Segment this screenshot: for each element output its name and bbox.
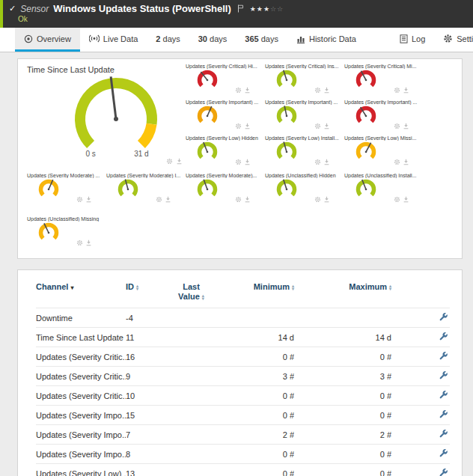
column-header-maximum[interactable]: Maximum▴▾ bbox=[294, 276, 391, 308]
gear-icon[interactable] bbox=[314, 159, 321, 165]
priority-flag-icon[interactable] bbox=[237, 4, 244, 13]
download-icon[interactable] bbox=[85, 239, 92, 246]
gear-icon[interactable] bbox=[76, 239, 83, 246]
channel-settings-icon[interactable] bbox=[439, 370, 450, 382]
channel-last-value bbox=[159, 406, 223, 425]
tab-bar: OverviewLive Data2 days30 days365 daysHi… bbox=[0, 28, 473, 52]
download-icon[interactable] bbox=[323, 87, 330, 94]
gauge-actions bbox=[76, 196, 92, 203]
tab-365-days[interactable]: 365 days bbox=[236, 28, 287, 52]
channel-gauge-tile: Updates (Severity Low) Install... bbox=[265, 135, 341, 170]
gear-icon[interactable] bbox=[394, 159, 400, 165]
star-rating[interactable]: ★★★☆☆ bbox=[250, 5, 284, 13]
gear-icon[interactable] bbox=[76, 196, 83, 203]
column-header-actions[interactable] bbox=[391, 276, 450, 308]
table-row: Updates (Severity Impo...72 #2 # bbox=[36, 425, 450, 445]
star-icon[interactable]: ★ bbox=[250, 5, 257, 13]
channel-gauge-tile: Updates (Severity Critical) Ins... bbox=[265, 64, 341, 98]
download-icon[interactable] bbox=[323, 196, 330, 203]
sensor-status: Ok bbox=[0, 15, 473, 23]
column-header-id[interactable]: ID▴▾ bbox=[126, 276, 159, 308]
channel-minimum: 0 # bbox=[223, 386, 294, 406]
channel-settings-icon[interactable] bbox=[439, 351, 450, 362]
gear-icon[interactable] bbox=[235, 196, 242, 203]
channel-minimum: 0 # bbox=[223, 445, 294, 464]
tab-log[interactable]: Log bbox=[391, 28, 434, 52]
gauge-actions bbox=[394, 123, 409, 129]
gear-icon[interactable] bbox=[314, 87, 321, 94]
gear-icon[interactable] bbox=[394, 196, 400, 203]
download-icon[interactable] bbox=[244, 123, 251, 129]
column-header-last-value[interactable]: LastValue▴▾ bbox=[159, 276, 223, 308]
channel-settings-icon[interactable] bbox=[439, 332, 450, 343]
gear-icon[interactable] bbox=[235, 123, 242, 129]
tab-live-data[interactable]: Live Data bbox=[80, 28, 147, 52]
tab-label: Live Data bbox=[103, 34, 138, 43]
tab-historic-data[interactable]: Historic Data bbox=[287, 28, 365, 52]
gear-icon[interactable] bbox=[156, 196, 162, 203]
channel-settings-icon[interactable] bbox=[439, 429, 450, 440]
star-icon[interactable]: ★ bbox=[263, 5, 270, 13]
channel-maximum bbox=[294, 308, 391, 328]
download-icon[interactable] bbox=[244, 196, 251, 203]
channel-gauge-tile: Updates (Severity Low) Missi... bbox=[344, 135, 421, 170]
tab-30-days[interactable]: 30 days bbox=[189, 28, 236, 52]
channel-settings-icon[interactable] bbox=[439, 448, 450, 460]
channel-settings-icon[interactable] bbox=[439, 390, 450, 401]
gear-icon[interactable] bbox=[314, 196, 321, 203]
download-icon[interactable] bbox=[323, 159, 330, 165]
gear-icon[interactable] bbox=[394, 123, 400, 129]
tab-overview[interactable]: Overview bbox=[15, 28, 80, 52]
sensor-title: Windows Updates Status (PowerShell) bbox=[53, 3, 231, 14]
channel-gauge bbox=[352, 141, 421, 166]
channel-id: 16 bbox=[126, 347, 159, 367]
gauge-label: Updates (Unclassified) Hidden bbox=[265, 173, 341, 178]
gear-icon[interactable] bbox=[235, 159, 242, 165]
gear-icon[interactable] bbox=[314, 123, 321, 129]
tab-2-days[interactable]: 2 days bbox=[147, 28, 189, 52]
download-icon[interactable] bbox=[403, 159, 409, 165]
star-icon[interactable]: ★ bbox=[257, 5, 263, 13]
channel-maximum: 0 # bbox=[294, 445, 391, 464]
star-icon[interactable]: ☆ bbox=[270, 5, 277, 13]
download-icon[interactable] bbox=[244, 159, 251, 165]
download-icon[interactable] bbox=[244, 87, 251, 94]
column-header-channel[interactable]: Channel▾ bbox=[36, 276, 126, 308]
download-icon[interactable] bbox=[403, 196, 409, 203]
channel-settings-icon[interactable] bbox=[439, 468, 450, 476]
channel-last-value bbox=[159, 367, 223, 386]
gear-icon[interactable] bbox=[235, 87, 242, 94]
channel-minimum: 0 # bbox=[223, 464, 294, 476]
tab-settings[interactable]: Settings bbox=[434, 28, 473, 52]
download-icon[interactable] bbox=[403, 87, 409, 94]
table-row: Updates (Severity Critic...93 #3 # bbox=[36, 367, 450, 386]
channel-gauge bbox=[34, 222, 103, 247]
gear-icon[interactable] bbox=[166, 158, 173, 165]
download-icon[interactable] bbox=[323, 123, 330, 129]
channel-gauge bbox=[272, 69, 341, 94]
star-icon[interactable]: ☆ bbox=[277, 5, 284, 13]
channel-actions bbox=[391, 425, 450, 445]
channel-gauge-tile: Updates (Severity Important) ... bbox=[265, 100, 341, 134]
gear-icon[interactable] bbox=[394, 87, 400, 94]
channel-settings-icon[interactable] bbox=[439, 409, 450, 421]
download-icon[interactable] bbox=[85, 196, 92, 203]
gauge-label: Updates (Severity Low) Install... bbox=[265, 135, 341, 141]
gauges-panel: Time Since Last Update 0 s31 d Updates (… bbox=[17, 58, 463, 259]
channels-table: Channel▾ID▴▾LastValue▴▾Minimum▴▾Maximum▴… bbox=[36, 276, 450, 476]
channels-panel: Channel▾ID▴▾LastValue▴▾Minimum▴▾Maximum▴… bbox=[17, 269, 463, 476]
channel-name: Updates (Severity Low) ... bbox=[36, 464, 126, 476]
sort-icon: ▴▾ bbox=[292, 284, 294, 290]
column-header-minimum[interactable]: Minimum▴▾ bbox=[223, 276, 294, 308]
channel-minimum: 0 # bbox=[223, 406, 294, 425]
channel-gauge-tile: Updates (Unclassified) Install... bbox=[344, 173, 421, 207]
channel-gauge-tile: Updates (Severity Moderate) ... bbox=[27, 173, 103, 207]
download-icon[interactable] bbox=[403, 123, 409, 129]
gauge-actions bbox=[314, 123, 330, 129]
channel-settings-icon[interactable] bbox=[439, 312, 450, 323]
channel-minimum: 14 d bbox=[223, 328, 294, 347]
download-icon[interactable] bbox=[165, 196, 171, 203]
download-icon[interactable] bbox=[176, 158, 183, 165]
channel-id: 7 bbox=[126, 425, 159, 445]
svg-text:31 d: 31 d bbox=[134, 150, 148, 158]
